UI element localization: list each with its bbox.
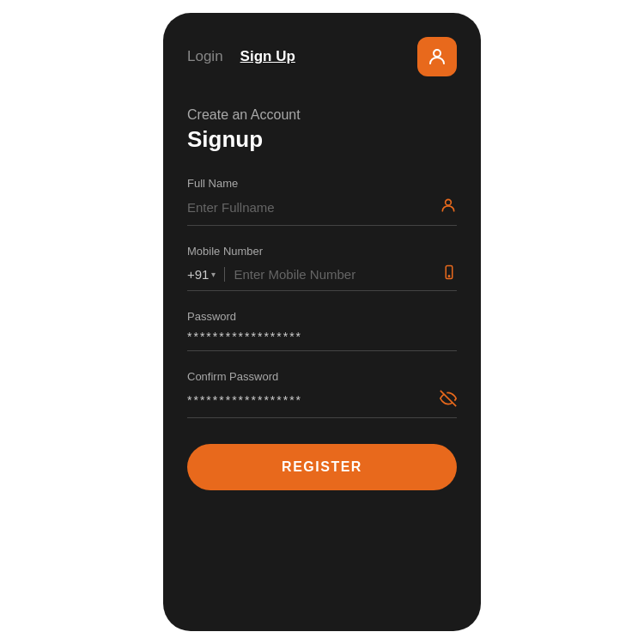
login-tab[interactable]: Login [187,48,223,65]
chevron-down-icon: ▾ [211,270,216,279]
confirm-password-value: ****************** [187,393,433,407]
fullname-label: Full Name [187,177,457,190]
content: Create an Account Signup Full Name Mobil… [163,90,481,631]
mobile-field-group: Mobile Number +91 ▾ [187,245,457,291]
password-value: ****************** [187,330,457,343]
signup-title: Signup [187,126,457,153]
country-code-selector[interactable]: +91 ▾ [187,267,225,282]
confirm-password-input-wrapper: ****************** [187,390,457,418]
title-section: Create an Account Signup [187,107,457,153]
toggle-password-visibility-icon[interactable] [440,390,457,410]
svg-point-0 [434,50,440,57]
phone-container: Login Sign Up Create an Account Signup F… [163,13,481,631]
register-button[interactable]: REGISTER [187,444,457,490]
fullname-input-wrapper [187,197,457,226]
create-account-text: Create an Account [187,107,457,123]
fullname-field-group: Full Name [187,177,457,226]
user-icon-button[interactable] [417,37,457,76]
mobile-input[interactable] [234,267,441,282]
user-icon [427,46,447,67]
nav-tabs: Login Sign Up [187,48,295,65]
password-label: Password [187,310,457,323]
phone-row: +91 ▾ [187,264,457,291]
user-field-icon [440,197,457,218]
password-field-group: Password ****************** [187,310,457,351]
country-code-value: +91 [187,267,209,282]
svg-point-3 [448,276,450,277]
confirm-password-field-group: Confirm Password ****************** [187,370,457,418]
confirm-password-label: Confirm Password [187,370,457,383]
signup-tab[interactable]: Sign Up [240,48,295,65]
header: Login Sign Up [163,13,481,90]
fullname-input[interactable] [187,200,433,215]
svg-point-1 [446,199,452,205]
mobile-label: Mobile Number [187,245,457,258]
password-input-wrapper: ****************** [187,330,457,351]
phone-icon [441,264,457,283]
